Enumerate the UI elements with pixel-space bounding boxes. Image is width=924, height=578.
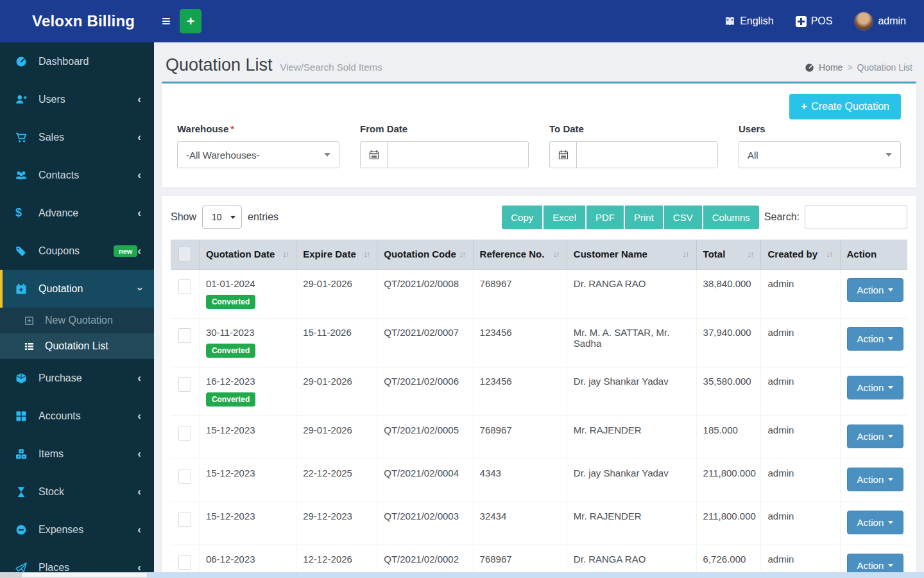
row-checkbox[interactable]: [178, 469, 191, 484]
quotation-table: Quotation Date Expire Date Quotation Cod…: [171, 240, 907, 578]
chevron-down-icon: [888, 337, 893, 340]
language-icon: [724, 16, 735, 27]
table-row: 01-01-2024Converted 29-01-2026 QT/2021/0…: [171, 269, 907, 318]
from-date-input[interactable]: [388, 142, 528, 168]
app-logo: Veloxn Billing: [0, 12, 154, 30]
header-customer-name[interactable]: Customer Name: [567, 240, 696, 269]
users-select[interactable]: All: [739, 141, 901, 168]
header-quotation-code[interactable]: Quotation Code: [377, 240, 473, 269]
dollar-icon: $: [15, 206, 28, 220]
sidebar-item-users[interactable]: Users: [0, 80, 154, 118]
row-checkbox[interactable]: [178, 426, 191, 441]
breadcrumb: Home > Quotation List: [805, 62, 912, 75]
sidebar-item-quotation[interactable]: Quotation: [0, 270, 154, 308]
chevron-down-icon: [324, 153, 330, 157]
sort-icon: [363, 249, 370, 259]
action-button[interactable]: Action: [847, 468, 904, 491]
action-button[interactable]: Action: [847, 425, 904, 448]
grid-icon: [15, 410, 28, 422]
pdf-button[interactable]: PDF: [586, 206, 624, 229]
chevron-down-icon: [886, 153, 892, 157]
sidebar-item-purchase[interactable]: Purchase: [0, 359, 154, 397]
sidebar-item-accounts[interactable]: Accounts: [0, 397, 154, 435]
calendar-plus-icon: [15, 283, 28, 295]
sort-icon: [683, 249, 690, 259]
top-navbar: Veloxn Billing English POS admin: [0, 0, 924, 42]
sidebar-subitem-new-quotation[interactable]: New Quotation: [0, 308, 154, 333]
breadcrumb-current: Quotation List: [857, 62, 912, 73]
row-checkbox[interactable]: [178, 377, 191, 392]
row-checkbox[interactable]: [178, 555, 191, 570]
users-label: Users: [739, 123, 901, 134]
user-menu[interactable]: admin: [854, 12, 906, 31]
sidebar-item-sales[interactable]: Sales: [0, 118, 154, 156]
from-date-label: From Date: [360, 123, 529, 134]
print-button[interactable]: Print: [625, 206, 663, 229]
create-quotation-button[interactable]: Create Quotation: [789, 94, 901, 119]
copy-button[interactable]: Copy: [502, 206, 542, 229]
chevron-left-icon: [137, 523, 141, 536]
warehouse-select[interactable]: -All Warehouses-: [177, 141, 339, 168]
page-title: Quotation List: [166, 55, 273, 75]
avatar: [854, 12, 873, 31]
page-size-select[interactable]: 10: [202, 206, 242, 229]
sidebar-subitem-quotation-list[interactable]: Quotation List: [0, 333, 154, 359]
status-badge: Converted: [206, 344, 255, 358]
chevron-left-icon: [137, 448, 141, 460]
breadcrumb-home[interactable]: Home: [819, 62, 843, 73]
select-all-checkbox[interactable]: [178, 247, 191, 261]
action-button[interactable]: Action: [847, 376, 904, 399]
chevron-down-icon: [888, 435, 893, 438]
chevron-left-icon: [137, 169, 141, 182]
calendar-icon: [361, 142, 388, 168]
plus-icon: [801, 100, 807, 113]
quick-add-button[interactable]: [180, 9, 201, 33]
table-row: 30-11-2023Converted 15-11-2026 QT/2021/0…: [171, 318, 907, 367]
quotation-table-panel: Show 10 entries Copy Excel PDF Print CSV…: [162, 196, 916, 578]
search-input[interactable]: [805, 205, 907, 229]
sidebar-item-contacts[interactable]: Contacts: [0, 156, 154, 194]
horizontal-scrollbar[interactable]: [0, 572, 924, 578]
chevron-left-icon: [137, 410, 141, 423]
header-quotation-date[interactable]: Quotation Date: [199, 240, 296, 269]
row-checkbox[interactable]: [178, 279, 191, 294]
header-expire-date[interactable]: Expire Date: [296, 240, 377, 269]
table-row: 16-12-2023Converted 29-01-2026 QT/2021/0…: [171, 367, 907, 416]
pos-button[interactable]: POS: [796, 15, 833, 27]
to-date-input[interactable]: [577, 142, 717, 168]
chevron-down-icon: [888, 288, 893, 292]
sidebar-item-items[interactable]: Items: [0, 435, 154, 473]
sidebar-item-dashboard[interactable]: Dashboard: [0, 42, 154, 80]
columns-button[interactable]: Columns: [703, 206, 759, 229]
hamburger-icon[interactable]: [162, 12, 171, 30]
row-checkbox[interactable]: [178, 512, 191, 527]
quotation-submenu: New Quotation Quotation List: [0, 308, 154, 359]
sort-icon: [459, 249, 466, 259]
new-badge: new: [114, 245, 137, 257]
sidebar-item-stock[interactable]: Stock: [0, 473, 154, 511]
chevron-left-icon: [137, 131, 141, 144]
table-header-row: Quotation Date Expire Date Quotation Cod…: [171, 240, 907, 269]
action-button[interactable]: Action: [847, 511, 904, 534]
chevron-down-icon: [888, 386, 893, 389]
chevron-down-icon: [888, 521, 893, 524]
action-button[interactable]: Action: [847, 278, 904, 302]
chevron-left-icon: [137, 207, 141, 220]
dashboard-icon: [15, 56, 28, 67]
scrollbar-thumb[interactable]: [21, 572, 148, 578]
csv-button[interactable]: CSV: [664, 206, 702, 229]
row-checkbox[interactable]: [178, 328, 191, 343]
header-created-by[interactable]: Created by: [761, 240, 840, 269]
sidebar-item-expenses[interactable]: Expenses: [0, 511, 154, 548]
header-reference-no[interactable]: Reference No.: [473, 240, 567, 269]
header-total[interactable]: Total: [696, 240, 761, 269]
excel-button[interactable]: Excel: [543, 206, 585, 229]
sidebar-item-advance[interactable]: $ Advance: [0, 194, 154, 232]
cube-icon: [15, 372, 28, 384]
action-button[interactable]: Action: [847, 327, 904, 351]
tag-icon: [15, 245, 28, 257]
table-row: 15-12-2023 22-12-2025 QT/2021/02/0004 43…: [171, 459, 907, 502]
sidebar-item-coupons[interactable]: Coupons new: [0, 232, 154, 270]
language-selector[interactable]: English: [724, 15, 773, 27]
hourglass-icon: [15, 486, 28, 498]
